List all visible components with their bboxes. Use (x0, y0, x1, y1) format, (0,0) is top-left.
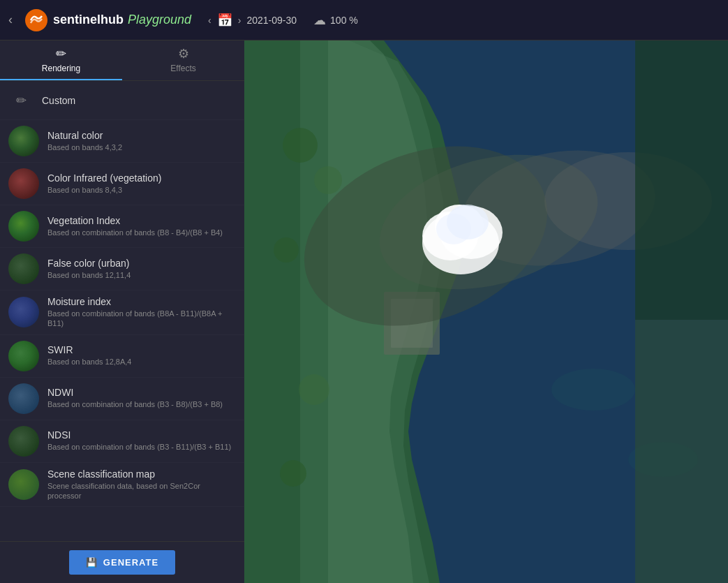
thumb-moisture (8, 297, 39, 327)
layer-info-ndvi: Vegetation Index Based on combination of… (47, 215, 223, 237)
logo-sentinel-text: sentinelhub (53, 13, 124, 27)
layer-name-ndvi: Vegetation Index (47, 215, 223, 226)
layer-desc-cir: Based on bands 8,4,3 (47, 185, 161, 195)
calendar-icon[interactable]: 📅 (217, 13, 232, 28)
layer-desc-ndwi: Based on combination of bands (B3 - B8)/… (47, 399, 223, 409)
list-item-ndwi[interactable]: NDWI Based on combination of bands (B3 -… (0, 378, 244, 420)
layer-name-scm: Scene classification map (47, 468, 236, 480)
sidebar: ✏ Rendering ⚙ Effects ✏ Custom Natural (0, 40, 244, 583)
layer-info-ndsi: NDSI Based on combination of bands (B3 -… (47, 429, 231, 452)
generate-bar: 💾 GENERATE (0, 541, 244, 583)
svg-point-13 (447, 205, 489, 239)
layer-name-custom: Custom (42, 95, 75, 106)
layer-name-ndwi: NDWI (47, 387, 223, 398)
list-item-moisture-index[interactable]: Moisture index Based on combination of b… (0, 290, 244, 335)
svg-point-19 (551, 369, 635, 411)
layer-info-false: False color (urban) Based on bands 12,11… (47, 258, 131, 280)
current-date: 2021-09-30 (246, 15, 297, 26)
thumb-false-color (8, 253, 39, 284)
next-date-button[interactable]: › (238, 15, 242, 26)
layer-list: ✏ Custom Natural color Based on bands 4,… (0, 81, 244, 541)
tab-bar: ✏ Rendering ⚙ Effects (0, 40, 244, 81)
svg-point-14 (283, 128, 318, 163)
thumb-ndwi (8, 383, 39, 414)
layer-info-cir: Color Infrared (vegetation) Based on ban… (47, 172, 161, 195)
layer-info-moisture: Moisture index Based on combination of b… (47, 296, 236, 329)
svg-point-18 (280, 460, 306, 487)
layer-info-swir: SWIR Based on bands 12,8A,4 (47, 344, 131, 367)
satellite-map (244, 40, 728, 583)
layer-info-natural: Natural color Based on bands 4,3,2 (47, 130, 122, 152)
layer-name-ndsi: NDSI (47, 429, 231, 441)
layer-name-swir: SWIR (47, 344, 131, 355)
layer-desc-swir: Based on bands 12,8A,4 (47, 357, 131, 367)
header: ‹ sentinelhub Playground ‹ 📅 › 2021-09-3… (0, 0, 728, 40)
prev-date-button[interactable]: ‹ (208, 15, 211, 26)
generate-label: GENERATE (103, 557, 158, 568)
layer-info-scm: Scene classification map Scene classific… (47, 468, 236, 501)
tab-rendering[interactable]: ✏ Rendering (0, 40, 122, 80)
layer-info-ndwi: NDWI Based on combination of bands (B3 -… (47, 387, 223, 409)
list-item-color-infrared[interactable]: Color Infrared (vegetation) Based on ban… (0, 163, 244, 205)
thumb-vegetation-index (8, 211, 39, 242)
list-item-ndsi[interactable]: NDSI Based on combination of bands (B3 -… (0, 420, 244, 463)
thumb-scene-classification (8, 469, 39, 500)
list-item-scene-classification[interactable]: Scene classification map Scene classific… (0, 463, 244, 508)
map-area[interactable] (244, 40, 728, 583)
cloud-coverage: ☁ 100 % (313, 13, 358, 28)
svg-point-17 (299, 374, 329, 405)
layer-desc-false: Based on bands 12,11,4 (47, 270, 131, 280)
thumb-ndsi (8, 426, 39, 457)
tab-rendering-label: Rendering (42, 64, 80, 73)
layer-info-custom: Custom (42, 95, 75, 106)
list-item-vegetation-index[interactable]: Vegetation Index Based on combination of… (0, 205, 244, 248)
rendering-icon: ✏ (56, 46, 66, 61)
map-svg (244, 40, 728, 583)
thumb-swir (8, 341, 39, 371)
layer-desc-ndvi: Based on combination of bands (B8 - B4)/… (47, 228, 223, 237)
back-button[interactable]: ‹ (8, 13, 13, 27)
logo-icon (24, 8, 49, 33)
custom-pencil-icon: ✏ (11, 91, 31, 110)
layer-name-natural: Natural color (47, 130, 122, 141)
list-item-swir[interactable]: SWIR Based on bands 12,8A,4 (0, 335, 244, 378)
generate-icon: 💾 (86, 557, 98, 568)
list-item-custom[interactable]: ✏ Custom (0, 81, 244, 120)
layer-desc-moisture: Based on combination of bands (B8A - B11… (47, 309, 236, 329)
cloud-icon: ☁ (313, 13, 326, 28)
layer-name-cir: Color Infrared (vegetation) (47, 172, 161, 184)
tab-effects-label: Effects (170, 64, 195, 73)
svg-rect-21 (635, 40, 728, 320)
svg-point-15 (314, 166, 342, 194)
layer-name-moisture: Moisture index (47, 296, 236, 307)
layer-desc-ndsi: Based on combination of bands (B3 - B11)… (47, 442, 231, 452)
logo-playground-text: Playground (128, 13, 191, 27)
tab-effects[interactable]: ⚙ Effects (122, 40, 244, 80)
svg-rect-22 (635, 320, 728, 583)
layer-desc-scm: Scene classification data, based on Sen2… (47, 481, 236, 501)
thumb-natural-color (8, 126, 39, 156)
main-content: ✏ Rendering ⚙ Effects ✏ Custom Natural (0, 40, 728, 583)
cloud-percent-value: 100 % (330, 15, 358, 26)
date-navigation: ‹ 📅 › 2021-09-30 (208, 13, 297, 28)
layer-name-false: False color (urban) (47, 258, 131, 269)
logo: sentinelhub Playground (24, 8, 191, 33)
list-item-natural-color[interactable]: Natural color Based on bands 4,3,2 (0, 120, 244, 163)
thumb-color-infrared (8, 168, 39, 199)
layer-desc-natural: Based on bands 4,3,2 (47, 142, 122, 152)
list-item-false-color-urban[interactable]: False color (urban) Based on bands 12,11… (0, 248, 244, 290)
generate-button[interactable]: 💾 GENERATE (69, 550, 175, 575)
svg-point-16 (274, 237, 299, 263)
effects-icon: ⚙ (178, 46, 189, 61)
